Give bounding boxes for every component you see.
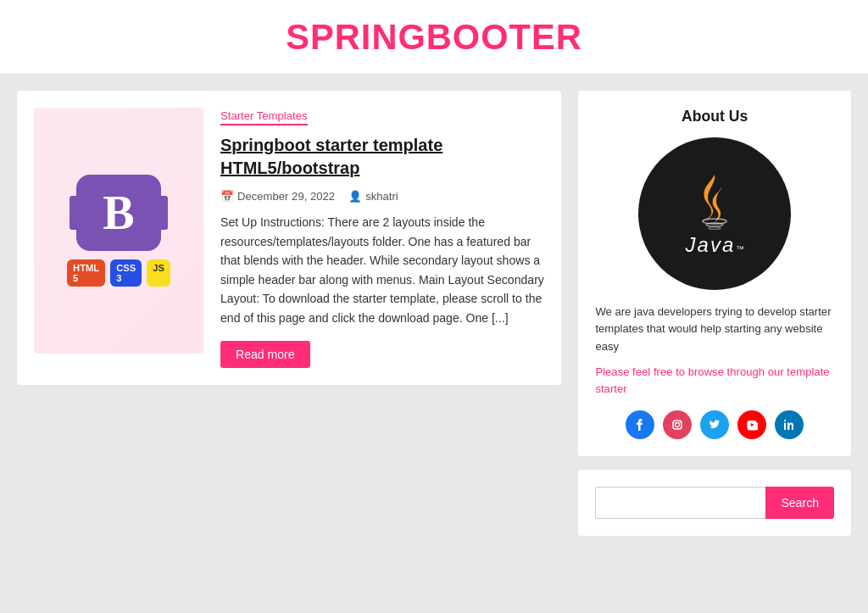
site-header: SPRINGBOOTER [0, 0, 868, 74]
calendar-icon: 📅 [220, 190, 234, 203]
article-thumbnail: B HTML5 CSS3 JS [34, 108, 203, 354]
bootstrap-icon: B [76, 175, 161, 251]
html5-badge: HTML5 [67, 259, 105, 287]
css3-badge: CSS3 [110, 259, 142, 287]
svg-point-2 [709, 227, 721, 230]
about-link-text: Please feel free to browse through our t… [595, 364, 834, 398]
youtube-icon[interactable] [737, 410, 766, 439]
instagram-icon[interactable] [663, 410, 692, 439]
person-icon: 👤 [348, 190, 362, 203]
linkedin-icon[interactable] [775, 410, 804, 439]
sidebar: About Us Java ™ [578, 91, 851, 536]
twitter-icon[interactable] [700, 410, 729, 439]
trademark-symbol: ™ [736, 244, 744, 254]
article-title: Springboot starter template HTML5/bootst… [220, 134, 544, 180]
java-flame-icon [689, 170, 740, 230]
search-button[interactable]: Search [765, 487, 834, 519]
facebook-icon[interactable] [626, 410, 654, 439]
js-badge: JS [147, 259, 170, 287]
java-wordmark: Java ™ [686, 233, 744, 257]
article-body: Starter Templates Springboot starter tem… [220, 108, 544, 368]
article-author: 👤 skhatri [348, 190, 398, 203]
about-description: We are java developers trying to develop… [595, 304, 834, 355]
search-input[interactable] [595, 487, 765, 519]
article-meta: 📅 December 29, 2022 👤 skhatri [220, 190, 544, 203]
main-wrapper: B HTML5 CSS3 JS Starter Templates Spring… [0, 74, 868, 553]
social-icons [595, 410, 834, 439]
search-widget: Search [578, 470, 851, 536]
article-category: Starter Templates [220, 109, 308, 125]
about-title: About Us [595, 108, 834, 125]
read-more-button[interactable]: Read more [220, 341, 310, 368]
svg-point-4 [676, 422, 680, 426]
bootstrap-b-letter: B [103, 189, 134, 237]
about-widget: About Us Java ™ [578, 91, 851, 456]
thumb-inner: B HTML5 CSS3 JS [67, 175, 170, 287]
svg-point-5 [680, 421, 682, 423]
java-logo: Java ™ [638, 137, 791, 290]
content-area: B HTML5 CSS3 JS Starter Templates Spring… [17, 91, 561, 536]
search-form: Search [595, 487, 834, 519]
article-card: B HTML5 CSS3 JS Starter Templates Spring… [17, 91, 561, 385]
article-date: 📅 December 29, 2022 [220, 190, 335, 203]
site-title: SPRINGBOOTER [0, 17, 868, 58]
article-excerpt: Set Up Instructions: There are 2 layouts… [220, 213, 544, 327]
svg-point-1 [706, 223, 723, 226]
tech-badges: HTML5 CSS3 JS [67, 259, 170, 287]
java-logo-container: Java ™ [595, 137, 834, 290]
